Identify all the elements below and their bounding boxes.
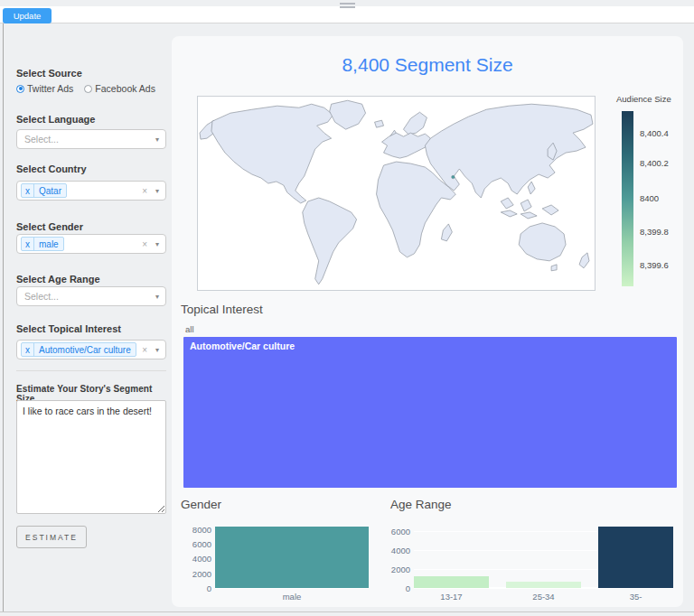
y-axis-tick-label: 6000 [190, 539, 211, 549]
audience-size-colorbar [622, 111, 633, 286]
gender-chip-label: male [34, 238, 63, 250]
treemap-tile-automotive[interactable]: Automotive/Car culture [183, 337, 677, 488]
country-chip: x Qatar [21, 183, 67, 198]
gender-chip: x male [21, 237, 64, 251]
bar-25-34[interactable] [506, 582, 581, 588]
age-range-bar-chart[interactable]: 020004000600013-1725-3435- [389, 520, 678, 602]
age-range-heading: Age Range [390, 498, 452, 511]
remove-chip-icon[interactable]: x [22, 238, 34, 250]
y-axis-tick-label: 0 [190, 583, 211, 593]
topical-interest-heading: Topical Interest [181, 303, 263, 316]
y-axis-tick-label: 0 [389, 583, 410, 593]
clear-icon[interactable]: × [142, 186, 149, 196]
colorbar-title: Audience Size [616, 94, 671, 104]
chevron-down-icon[interactable]: ▾ [149, 346, 165, 354]
remove-chip-icon[interactable]: x [22, 184, 34, 197]
estimate-button[interactable]: ESTIMATE [16, 526, 87, 548]
colorbar-tick-label: 8,399.6 [640, 260, 669, 270]
world-map[interactable] [197, 96, 596, 291]
colorbar-tick-label: 8,399.8 [640, 227, 669, 237]
select-source-label: Select Source [16, 68, 82, 79]
country-chip-label: Qatar [34, 184, 66, 197]
age-range-select[interactable]: Select... ▾ [16, 286, 166, 306]
page-bottom-border [0, 611, 694, 612]
gender-bar-chart[interactable]: 02000400060008000male [190, 520, 380, 602]
chevron-down-icon[interactable]: ▾ [149, 187, 165, 195]
plot-area[interactable] [414, 525, 673, 588]
select-language-label: Select Language [16, 114, 95, 125]
sidebar-divider [16, 370, 166, 371]
y-axis-tick-label: 4000 [190, 554, 211, 564]
clear-icon[interactable]: × [142, 345, 149, 355]
gender-select[interactable]: x male × ▾ [16, 234, 166, 254]
colorbar-tick-label: 8,400.2 [640, 158, 669, 168]
topical-interest-chip-label: Automotive/Car culture [34, 343, 136, 356]
segment-size-title: 8,400 Segment Size [172, 54, 683, 76]
qatar-region[interactable] [452, 175, 455, 179]
age-range-placeholder: Select... [17, 291, 149, 302]
chevron-down-icon[interactable]: ▾ [149, 135, 165, 144]
colorbar-tick-label: 8400 [640, 193, 659, 203]
gender-heading: Gender [181, 498, 221, 511]
select-topical-interest-label: Select Topical Interest [16, 323, 121, 334]
y-axis-tick-label: 2000 [190, 569, 211, 579]
y-axis-tick-label: 8000 [190, 525, 211, 535]
select-gender-label: Select Gender [16, 221, 83, 232]
bar-male[interactable] [215, 527, 369, 588]
chevron-down-icon[interactable]: ▾ [149, 240, 165, 248]
treemap-root-label[interactable]: all [185, 324, 194, 334]
chevron-down-icon[interactable]: ▾ [149, 293, 165, 301]
world-map-svg [198, 97, 595, 290]
x-axis-tick-label: 13-17 [414, 592, 489, 602]
treemap-tile-label: Automotive/Car culture [190, 341, 295, 351]
plot-area[interactable] [215, 525, 369, 588]
language-select[interactable]: Select... ▾ [16, 129, 166, 149]
y-axis-tick-label: 2000 [389, 565, 410, 574]
radio-twitter-ads[interactable]: Twitter Ads [16, 83, 73, 94]
x-axis-tick-label: 35- [598, 592, 673, 602]
language-placeholder: Select... [17, 134, 149, 145]
story-textarea[interactable]: I like to race cars in the desert! [16, 400, 166, 514]
update-button[interactable]: Update [3, 8, 52, 23]
x-axis-tick-label: 25-34 [506, 592, 581, 602]
x-axis-tick-label: male [215, 592, 369, 602]
main-panel: 8,400 Segment Size [172, 36, 683, 607]
remove-chip-icon[interactable]: x [22, 343, 34, 356]
country-select[interactable]: x Qatar × ▾ [16, 181, 166, 201]
select-age-range-label: Select Age Range [16, 274, 100, 285]
colorbar-tick-label: 8,400.4 [640, 128, 669, 138]
radio-twitter-ads-label: Twitter Ads [27, 83, 73, 94]
radio-selected-icon[interactable] [16, 85, 24, 93]
clear-icon[interactable]: × [142, 239, 149, 249]
top-tab-bar [0, 6, 694, 23]
radio-unselected-icon[interactable] [84, 85, 92, 93]
topical-interest-chip: x Automotive/Car culture [21, 342, 136, 357]
bar-35-[interactable] [598, 527, 673, 588]
y-axis-tick-label: 6000 [389, 527, 410, 537]
radio-facebook-ads[interactable]: Facebook Ads [84, 83, 155, 94]
topical-interest-select[interactable]: x Automotive/Car culture × ▾ [16, 340, 166, 359]
y-axis-tick-label: 4000 [389, 546, 410, 555]
sidebar: Select Source Twitter Ads Facebook Ads S… [4, 23, 168, 611]
source-radio-group: Twitter Ads Facebook Ads [16, 83, 163, 94]
drag-handle-icon[interactable] [340, 3, 355, 8]
radio-facebook-ads-label: Facebook Ads [95, 83, 155, 94]
select-country-label: Select Country [16, 163, 87, 174]
bar-13-17[interactable] [414, 576, 489, 588]
